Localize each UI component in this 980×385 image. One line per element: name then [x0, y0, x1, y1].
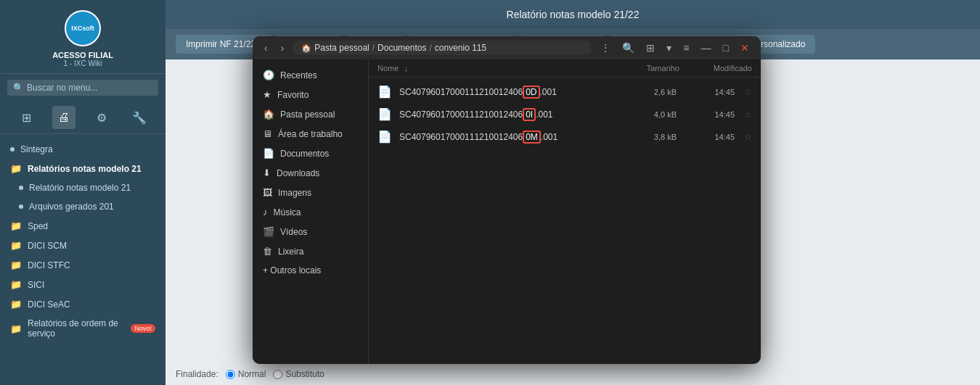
sidebar-item-recentes[interactable]: 🕐 Recentes — [253, 65, 368, 85]
sidebar-item-outros[interactable]: + Outros locais — [253, 261, 368, 280]
nav-label: DICI SeAC — [28, 299, 70, 310]
dialog-menu-button[interactable]: ⋮ — [596, 41, 615, 55]
star-icon[interactable]: ☆ — [735, 132, 752, 142]
recentes-icon: 🕐 — [263, 70, 274, 80]
sidebar-item-label: Vídeos — [280, 227, 307, 237]
dialog-search-button[interactable]: 🔍 — [618, 41, 639, 55]
nav-relatorio-21[interactable]: Relatório notas modelo 21 — [0, 178, 166, 197]
file-name: SC407960170001112100124060I.001 — [399, 108, 618, 121]
dialog-titlebar: ‹ › 🏠 Pasta pessoal / Documentos / conve… — [253, 36, 761, 59]
nav-sped[interactable]: 📁 Sped — [0, 216, 166, 236]
sidebar-item-downloads[interactable]: ⬇ Downloads — [253, 163, 368, 183]
file-modified: 14:45 — [677, 88, 735, 96]
star-icon[interactable]: ☆ — [735, 109, 752, 120]
sidebar-item-imagens[interactable]: 🖼 Imagens — [253, 183, 368, 202]
lixeira-icon: 🗑 — [263, 246, 272, 257]
file-icon: 📄 — [377, 85, 392, 99]
path-sep-2: / — [429, 43, 431, 53]
sidebar-item-area-trabalho[interactable]: 🖥 Área de trabalho — [253, 124, 368, 144]
sidebar-item-label: Imagens — [278, 188, 311, 198]
nav-label: Relatório notas modelo 21 — [29, 183, 131, 193]
col-name-label: Nome — [377, 64, 399, 73]
search-input[interactable] — [27, 83, 152, 93]
tool-icon-btn[interactable]: 🔧 — [128, 106, 151, 129]
dialog-grid-view-button[interactable]: ⊞ — [642, 41, 659, 55]
radio-substituto[interactable]: Substituto — [273, 369, 324, 379]
nav-relatorios-os[interactable]: 📁 Relatórios de ordem de serviço Novo! — [0, 314, 166, 343]
dialog-body: 🕐 Recentes ★ Favorito 🏠 Pasta pessoal 🖥 … — [253, 59, 761, 364]
file-list: 📄 SC407960170001112100124060D.001 2,6 kB… — [369, 78, 761, 364]
file-name: SC407960170001112100124060M.001 — [399, 131, 618, 144]
sidebar-item-label: Favorito — [277, 90, 309, 100]
sidebar-item-favorito[interactable]: ★ Favorito — [253, 85, 368, 104]
imprimir-label: Imprimir NF 21/22 — [186, 39, 256, 49]
sidebar-item-label: Música — [274, 207, 301, 218]
sidebar-item-videos[interactable]: 🎬 Vídeos — [253, 222, 368, 241]
file-icon: 📄 — [377, 107, 392, 121]
table-row[interactable]: 📄 SC407960170001112100124060D.001 2,6 kB… — [369, 80, 761, 103]
highlighted-char: 0M — [523, 131, 541, 144]
pasta-icon: 🏠 — [263, 109, 274, 120]
nav-sici[interactable]: 📁 SICI — [0, 275, 166, 294]
videos-icon: 🎬 — [263, 226, 274, 237]
sidebar-nav: Sintegra 📁 Relatórios notas modelo 21 Re… — [0, 134, 166, 385]
nav-badge: Novo! — [131, 324, 155, 333]
dialog-chevron-button[interactable]: ▾ — [662, 41, 676, 55]
favorito-icon: ★ — [263, 89, 271, 100]
highlighted-char: 0I — [523, 108, 536, 121]
radio-substituto-input[interactable] — [273, 370, 282, 379]
sidebar-item-pasta-pessoal[interactable]: 🏠 Pasta pessoal — [253, 104, 368, 124]
col-modified-header: Modificado — [679, 64, 752, 73]
radio-normal-input[interactable] — [226, 370, 235, 379]
path-sep-1: / — [372, 43, 375, 53]
file-modified: 14:45 — [677, 133, 735, 141]
nav-label: DICI SCM — [28, 241, 67, 251]
logo-circle: IXCsoft — [65, 10, 101, 46]
nav-label: Sped — [28, 221, 48, 231]
dialog-minimize-button[interactable]: — — [697, 41, 716, 55]
sidebar-item-label: Downloads — [277, 168, 319, 178]
dialog-close-button[interactable]: ✕ — [736, 41, 754, 55]
radio-normal-label: Normal — [238, 369, 266, 379]
dialog-path-bar: 🏠 Pasta pessoal / Documentos / convenio … — [293, 41, 592, 55]
print-icon-btn[interactable]: 🖨 — [52, 106, 75, 129]
sidebar-item-documentos[interactable]: 📄 Documentos — [253, 144, 368, 163]
table-row[interactable]: 📄 SC407960170001112100124060M.001 3,8 kB… — [369, 125, 761, 148]
sidebar-item-musica[interactable]: ♪ Música — [253, 202, 368, 222]
nav-label: DICI STFC — [28, 260, 70, 270]
downloads-icon: ⬇ — [263, 167, 271, 178]
dot-icon — [19, 204, 23, 209]
radio-normal[interactable]: Normal — [226, 369, 266, 379]
path-part-2: Documentos — [377, 43, 426, 53]
dialog-back-button[interactable]: ‹ — [260, 41, 272, 55]
sidebar-item-lixeira[interactable]: 🗑 Lixeira — [253, 241, 368, 261]
nav-dici-scm[interactable]: 📁 DICI SCM — [0, 236, 166, 255]
nav-arquivos[interactable]: Arquivos gerados 201 — [0, 197, 166, 216]
nav-dici-stfc[interactable]: 📁 DICI STFC — [0, 255, 166, 275]
settings-icon-btn[interactable]: ⚙ — [90, 106, 113, 129]
folder-icon: 📁 — [10, 260, 22, 270]
folder-icon: 📁 — [10, 279, 22, 290]
nav-relatorios[interactable]: 📁 Relatórios notas modelo 21 — [0, 159, 166, 178]
documentos-icon: 📄 — [263, 148, 274, 159]
dialog-maximize-button[interactable]: □ — [719, 41, 733, 55]
folder-icon: 📁 — [10, 240, 22, 251]
home-icon-btn[interactable]: ⊞ — [15, 106, 38, 129]
area-icon: 🖥 — [263, 128, 272, 139]
folder-icon: 📁 — [10, 163, 22, 174]
folder-icon: 📁 — [10, 220, 22, 231]
bottom-bar: Finalidade: Normal Substituto — [166, 363, 980, 385]
dot-icon — [19, 186, 23, 190]
star-icon[interactable]: ☆ — [735, 87, 752, 97]
dialog-list-view-button[interactable]: ≡ — [679, 41, 693, 55]
path-part-1: Pasta pessoal — [314, 43, 369, 53]
nav-sintegra[interactable]: Sintegra — [0, 140, 166, 159]
dialog-forward-button[interactable]: › — [277, 41, 289, 55]
file-size: 2,6 kB — [618, 88, 677, 96]
search-box[interactable]: 🔍 — [7, 80, 158, 96]
nav-dici-seac[interactable]: 📁 DICI SeAC — [0, 294, 166, 314]
col-size-header: Tamanho — [621, 64, 679, 73]
radio-group: Normal Substituto — [226, 369, 324, 379]
folder-icon: 📁 — [10, 323, 22, 334]
table-row[interactable]: 📄 SC407960170001112100124060I.001 4,0 kB… — [369, 103, 761, 125]
